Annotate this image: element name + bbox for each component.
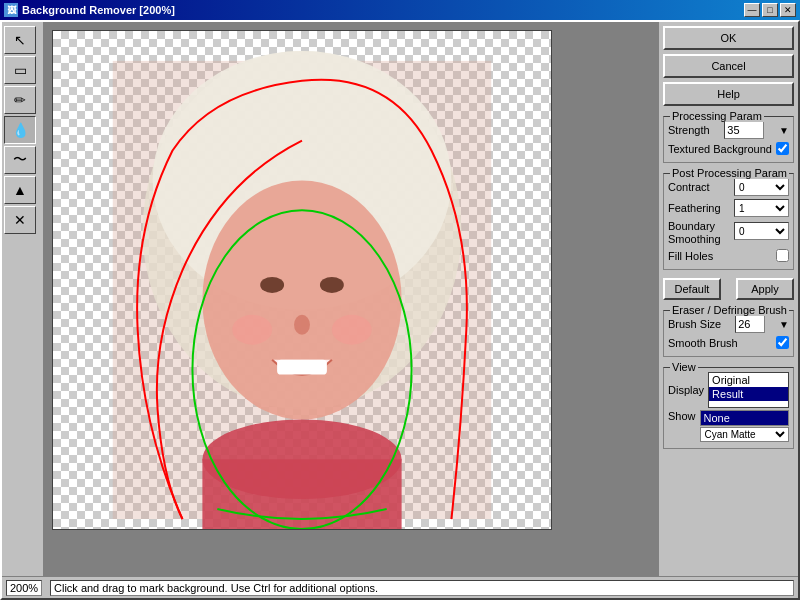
- svg-point-8: [294, 315, 310, 335]
- textured-bg-checkbox[interactable]: [776, 142, 789, 155]
- display-listbox[interactable]: Original Result: [708, 372, 789, 408]
- status-bar: 200% Click and drag to mark background. …: [2, 576, 798, 598]
- view-label: View: [670, 361, 698, 373]
- left-toolbar: ↖ ▭ ✏ 💧 〜 ▲ ✕: [2, 22, 44, 576]
- ok-button[interactable]: OK: [663, 26, 794, 50]
- eraser-tool-btn[interactable]: ✕: [4, 206, 36, 234]
- svg-point-5: [202, 419, 401, 499]
- boundary-label: Boundary Smoothing: [668, 220, 718, 246]
- main-window: ↖ ▭ ✏ 💧 〜 ▲ ✕: [0, 20, 800, 600]
- fill-holes-label: Fill Holes: [668, 250, 713, 262]
- textured-bg-label: Textured Background: [668, 143, 772, 155]
- default-apply-row: Default Apply: [663, 278, 794, 300]
- close-button[interactable]: ✕: [780, 3, 796, 17]
- brush-tool-btn[interactable]: 〜: [4, 146, 36, 174]
- maximize-button[interactable]: □: [762, 3, 778, 17]
- eraser-label: Eraser / Defringe Brush: [670, 304, 789, 316]
- title-bar: 🖼 Background Remover [200%] — □ ✕: [0, 0, 800, 20]
- brush-size-arrow[interactable]: ▼: [779, 319, 789, 330]
- canvas-overlay[interactable]: [53, 31, 551, 529]
- minimize-button[interactable]: —: [744, 3, 760, 17]
- display-label: Display: [668, 384, 704, 396]
- svg-point-7: [320, 277, 344, 293]
- dropper-tool-btn[interactable]: 💧: [4, 116, 36, 144]
- strength-input[interactable]: [724, 121, 764, 139]
- select-tool-btn[interactable]: ↖: [4, 26, 36, 54]
- pencil-tool-btn[interactable]: ✏: [4, 86, 36, 114]
- post-processing-param-group: Post Processing Param Contract 012 Feath…: [663, 173, 794, 270]
- strength-dropdown-arrow[interactable]: ▼: [779, 125, 789, 136]
- right-panel: OK Cancel Help Processing Param Strength…: [658, 22, 798, 576]
- status-text: Click and drag to mark background. Use C…: [50, 580, 794, 596]
- feathering-dropdown[interactable]: 123: [734, 199, 789, 217]
- display-result[interactable]: Result: [709, 387, 788, 401]
- fill-holes-checkbox[interactable]: [776, 249, 789, 262]
- boundary-dropdown[interactable]: 012: [734, 222, 789, 240]
- cancel-button[interactable]: Cancel: [663, 54, 794, 78]
- smooth-brush-label: Smooth Brush: [668, 337, 738, 349]
- apply-button[interactable]: Apply: [736, 278, 794, 300]
- show-label: Show: [668, 410, 696, 422]
- display-original[interactable]: Original: [709, 373, 788, 387]
- paint-tool-btn[interactable]: ▲: [4, 176, 36, 204]
- image-canvas[interactable]: [52, 30, 552, 530]
- help-button[interactable]: Help: [663, 82, 794, 106]
- app-icon: 🖼: [4, 3, 18, 17]
- content-area: ↖ ▭ ✏ 💧 〜 ▲ ✕: [2, 22, 798, 576]
- eraser-group: Eraser / Defringe Brush Brush Size ▼ Smo…: [663, 310, 794, 357]
- smooth-brush-checkbox[interactable]: [776, 336, 789, 349]
- svg-point-3: [202, 180, 401, 419]
- svg-rect-9: [277, 360, 327, 375]
- feathering-label: Feathering: [668, 202, 721, 214]
- processing-param-label: Processing Param: [670, 110, 764, 122]
- mat-dropdown[interactable]: Cyan Matte None: [700, 427, 789, 442]
- post-processing-param-label: Post Processing Param: [670, 167, 789, 179]
- rect-tool-btn[interactable]: ▭: [4, 56, 36, 84]
- contract-label: Contract: [668, 181, 710, 193]
- brush-size-label: Brush Size: [668, 318, 721, 330]
- window-title: Background Remover [200%]: [22, 4, 175, 16]
- view-group: View Display Original Result Show None C…: [663, 367, 794, 449]
- strength-label: Strength: [668, 124, 710, 136]
- svg-point-6: [260, 277, 284, 293]
- canvas-area: [44, 22, 658, 576]
- brush-size-input[interactable]: [735, 315, 765, 333]
- window-controls: — □ ✕: [744, 3, 796, 17]
- default-button[interactable]: Default: [663, 278, 721, 300]
- zoom-level: 200%: [6, 580, 42, 596]
- processing-param-group: Processing Param Strength ▼ Textured Bac…: [663, 116, 794, 163]
- show-none-item[interactable]: None: [700, 410, 789, 426]
- contract-dropdown[interactable]: 012: [734, 178, 789, 196]
- svg-point-10: [232, 315, 272, 345]
- svg-point-11: [332, 315, 372, 345]
